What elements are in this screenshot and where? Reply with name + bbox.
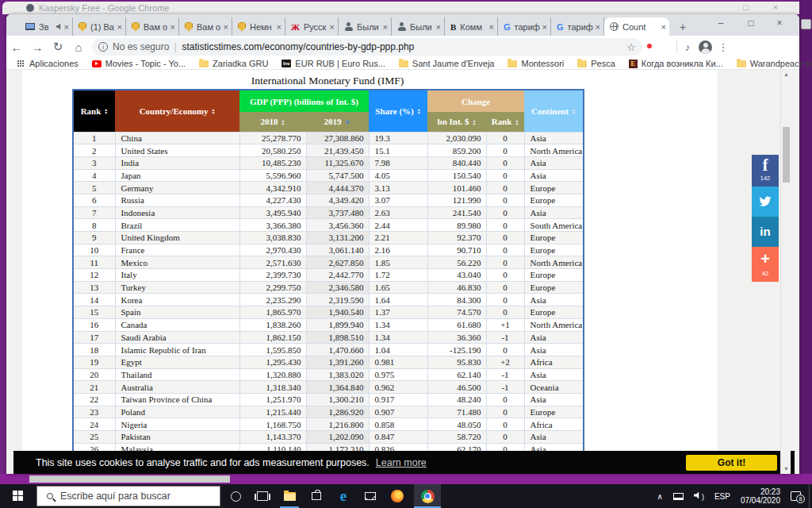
tab-close-icon[interactable]: × — [661, 22, 666, 32]
browser-tab[interactable]: ЖРусск× — [285, 17, 339, 36]
cell-gdp2019: 3,456.360 — [306, 219, 369, 232]
addthis-share-button[interactable]: +42 — [752, 247, 779, 282]
minimize-button[interactable]: – — [709, 14, 733, 33]
tab-close-icon[interactable]: × — [542, 22, 547, 32]
scrollbar-down-arrow[interactable]: ▼ — [781, 466, 791, 471]
bookmark-star-icon[interactable]: ☆ — [626, 41, 636, 53]
back-icon[interactable]: ← — [6, 40, 27, 54]
browser-tab[interactable]: Немн× — [232, 17, 285, 36]
bookmark-item[interactable]: InvEUR RUB | Euro Rus... — [282, 59, 385, 68]
tab-close-icon[interactable]: × — [117, 22, 122, 32]
header-bn-int[interactable]: bn Int. $▲▼ — [427, 112, 486, 132]
taskbar-search-box[interactable]: Escribe aquí para buscar — [36, 486, 220, 506]
linkedin-share-button[interactable]: in — [752, 217, 779, 247]
header-share[interactable]: Share (%)▲▼ — [369, 90, 427, 132]
bookmark-item[interactable]: Sant Jaume d'Enveja — [399, 59, 495, 68]
firefox-button[interactable] — [384, 484, 411, 508]
store-button[interactable] — [303, 484, 330, 508]
profile-avatar[interactable] — [699, 40, 712, 54]
reload-icon[interactable]: ↻ — [48, 40, 68, 54]
tray-chevron-icon[interactable]: ∧ — [657, 492, 663, 501]
cell-gdp2019: 21,439.450 — [306, 144, 369, 157]
bookmark-item[interactable]: Pesca — [577, 59, 615, 68]
start-button[interactable] — [0, 484, 36, 508]
sort-icon: ▲▼ — [417, 109, 421, 115]
cell-rank_change: 0 — [486, 206, 524, 219]
scrollbar-thumb[interactable] — [783, 127, 790, 183]
header-rank-change[interactable]: Rank▲▼ — [486, 112, 524, 132]
tab-close-icon[interactable]: × — [277, 22, 282, 32]
tab-close-icon[interactable]: × — [436, 22, 441, 32]
cell-country: United Kingdom — [115, 232, 239, 244]
action-center-icon[interactable]: 8 — [791, 491, 801, 501]
browser-tab[interactable]: Были× — [339, 17, 392, 36]
table-row: 15Spain1,865.9701,940.5401.3774.5700Euro… — [73, 306, 584, 319]
maximize-button[interactable]: □ — [739, 14, 763, 33]
page-scrollbar[interactable]: ▲ ▼ — [780, 70, 791, 474]
browser-tab[interactable]: Вам о× — [179, 17, 232, 36]
cell-continent: Europe — [524, 406, 584, 418]
scrollbar-up-arrow[interactable]: ▲ — [781, 71, 791, 77]
sort-icon: ▲▼ — [515, 120, 519, 126]
tab-close-icon[interactable]: × — [170, 22, 175, 32]
close-button[interactable]: × — [768, 14, 791, 33]
browser-tab[interactable]: Зв× — [20, 17, 73, 36]
menu-dots-icon[interactable]: ⋮ — [715, 41, 731, 53]
browser-tab[interactable]: Вам о× — [126, 17, 179, 36]
cookie-accept-button[interactable]: Got it! — [686, 455, 777, 471]
bookmark-item[interactable]: Montessori — [508, 59, 564, 68]
share-buttons-rail: f142 in +42 — [752, 155, 779, 282]
cell-gdp2019: 5,747.500 — [306, 169, 369, 182]
header-2019[interactable]: 2019▼ — [306, 112, 369, 132]
header-rank[interactable]: Rank▲▼ — [73, 90, 115, 132]
browser-tab[interactable]: Gтариф× — [551, 17, 604, 36]
task-view-button[interactable] — [249, 484, 276, 508]
new-tab-button[interactable]: + — [676, 20, 690, 34]
header-country[interactable]: Country/Economy▲▼ — [115, 90, 239, 132]
bookmark-item[interactable]: Warandpeace publi... — [737, 59, 812, 68]
tab-close-icon[interactable]: × — [224, 22, 228, 32]
info-icon[interactable]: i — [98, 42, 108, 52]
tab-audio-icon[interactable] — [56, 24, 63, 30]
youtube-icon — [92, 60, 102, 67]
twitter-share-button[interactable] — [752, 187, 779, 217]
header-continent[interactable]: Continent▲▼ — [524, 90, 584, 132]
cortana-button[interactable] — [222, 484, 249, 508]
table-row: 20Thailand1,320.8801,383.0200.97562.140-… — [73, 368, 584, 381]
bookmark-item[interactable]: Zariadka GRU — [199, 59, 268, 68]
tab-close-icon[interactable]: × — [64, 22, 69, 32]
browser-tab[interactable]: BКомм× — [445, 17, 498, 36]
bookmark-item[interactable]: EКогда возникла Ки... — [629, 59, 723, 68]
bookmark-item[interactable]: Movies - Topic - Yo... — [92, 59, 186, 68]
chrome-button[interactable] — [414, 484, 441, 508]
file-explorer-button[interactable] — [276, 484, 303, 508]
table-row: 18Islamic Republic of Iran1,595.8501,470… — [73, 344, 584, 356]
media-control-icon[interactable]: ♪ — [680, 41, 695, 53]
facebook-share-button[interactable]: f142 — [752, 155, 779, 187]
tab-close-icon[interactable]: × — [489, 22, 494, 32]
language-indicator[interactable]: ESP — [714, 492, 730, 501]
browser-tab[interactable]: Были× — [392, 17, 445, 36]
volume-icon[interactable]: ) — [694, 492, 704, 501]
cell-continent: Asia — [524, 368, 584, 381]
tab-close-icon[interactable]: × — [596, 22, 600, 32]
bookmark-item[interactable]: Aplicaciones — [17, 59, 79, 68]
network-icon[interactable] — [673, 493, 684, 500]
browser-tab[interactable]: (1) Ва× — [73, 17, 126, 36]
tab-close-icon[interactable]: × — [383, 22, 388, 32]
forward-icon[interactable]: → — [27, 40, 48, 54]
edge-button[interactable]: e — [330, 484, 357, 508]
browser-tab[interactable]: Count× — [604, 17, 669, 36]
header-2018[interactable]: 2018▲▼ — [239, 112, 306, 132]
cookie-learn-more-link[interactable]: Learn more — [376, 457, 427, 468]
browser-tab[interactable]: Gтариф× — [498, 17, 551, 36]
show-desktop-button[interactable] — [809, 484, 812, 508]
page-gutter-left — [6, 70, 22, 474]
address-bar[interactable]: i No es seguro | statisticstimes.com/eco… — [92, 38, 642, 56]
cell-country: Egypt — [115, 356, 239, 368]
tab-close-icon[interactable]: × — [330, 22, 335, 32]
mail-button[interactable] — [357, 484, 384, 508]
home-icon[interactable]: ⌂ — [68, 40, 89, 54]
taskbar-clock[interactable]: 20:23 07/04/2020 — [741, 487, 780, 505]
tab-label: Немн — [250, 22, 275, 32]
